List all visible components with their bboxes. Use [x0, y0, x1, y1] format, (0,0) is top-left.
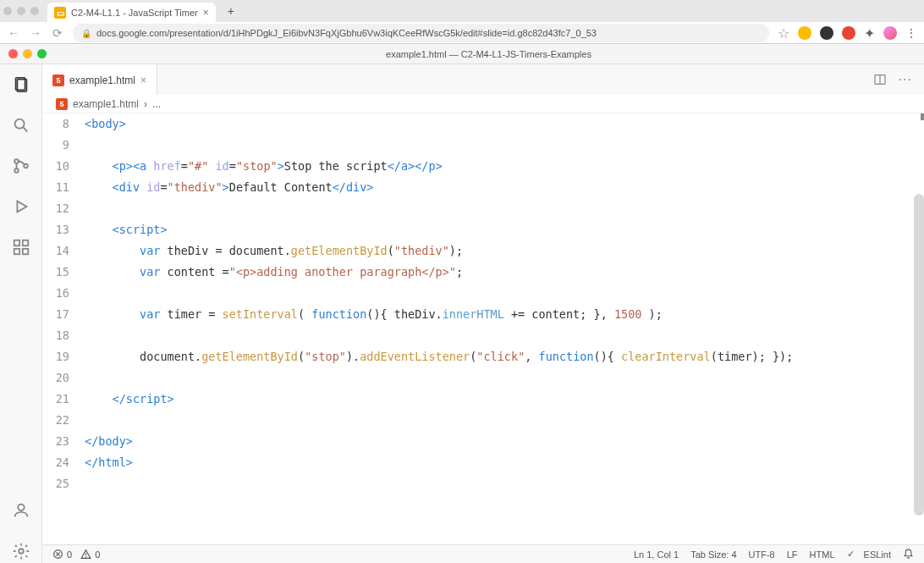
bookmark-star-icon[interactable]: ☆ [778, 25, 789, 41]
vscode-traffic-lights [8, 49, 47, 58]
new-tab-button[interactable]: + [223, 3, 239, 19]
svg-point-12 [18, 505, 24, 511]
svg-point-2 [14, 119, 24, 129]
settings-gear-icon[interactable] [9, 539, 33, 563]
svg-line-3 [23, 128, 27, 132]
scrollbar-thumb[interactable] [914, 194, 924, 516]
code-editor[interactable]: 8910111213141516171819202122232425 <body… [42, 113, 924, 544]
window-close-icon[interactable] [8, 49, 18, 58]
editor-tabs: 5 example1.html × ··· [42, 64, 924, 95]
html-file-icon: 5 [56, 98, 68, 110]
svg-point-13 [19, 549, 24, 554]
language-mode[interactable]: HTML [810, 549, 835, 560]
svg-point-6 [24, 164, 28, 168]
extensions-icon[interactable] [9, 235, 33, 259]
back-icon[interactable]: ← [7, 26, 20, 40]
url-text: docs.google.com/presentation/d/1iHhPDgkJ… [96, 28, 597, 38]
notifications-bell-icon[interactable] [903, 549, 914, 560]
close-tab-icon[interactable]: × [140, 75, 146, 86]
profile-avatar-icon[interactable] [883, 26, 897, 40]
source-control-icon[interactable] [9, 154, 33, 178]
browser-tab[interactable]: ▭ C2-M4-L1.1 - JavaScript Timer × [47, 3, 216, 23]
google-slides-icon: ▭ [54, 7, 66, 19]
lock-icon: 🔒 [81, 29, 91, 38]
eol[interactable]: LF [787, 549, 798, 560]
vscode-main: 5 example1.html × ··· 5 example1.html › … [0, 64, 924, 563]
accounts-icon[interactable] [9, 499, 33, 522]
html-file-icon: 5 [52, 75, 64, 86]
eslint-status[interactable]: ✓ ESLint [847, 549, 891, 560]
breadcrumb-file: example1.html [73, 98, 139, 110]
svg-point-4 [14, 159, 19, 163]
svg-rect-8 [14, 240, 19, 246]
browser-chrome: ▭ C2-M4-L1.1 - JavaScript Timer × + ← → … [0, 0, 924, 44]
svg-rect-10 [22, 249, 27, 254]
breadcrumb[interactable]: 5 example1.html › ... [42, 95, 924, 113]
breadcrumb-rest: ... [152, 98, 161, 110]
browser-addr-row: ← → ⟳ 🔒 docs.google.com/presentation/d/1… [0, 22, 924, 44]
editor-tabs-actions: ··· [873, 64, 924, 95]
line-numbers: 8910111213141516171819202122232425 [42, 113, 85, 544]
code-content[interactable]: <body> <p><a href="#" id="stop">Stop the… [85, 113, 924, 544]
tab-size[interactable]: Tab Size: 4 [690, 549, 736, 560]
forward-icon[interactable]: → [29, 26, 42, 40]
search-icon[interactable] [9, 113, 33, 137]
svg-rect-11 [22, 240, 27, 246]
scrollbar[interactable] [914, 113, 924, 544]
svg-rect-9 [14, 249, 19, 254]
more-actions-icon[interactable]: ··· [899, 72, 912, 87]
browser-tabs-row: ▭ C2-M4-L1.1 - JavaScript Timer × + [0, 0, 924, 22]
extension-icon-1[interactable] [798, 26, 811, 40]
extensions-puzzle-icon[interactable]: ✦ [864, 25, 875, 41]
browser-tab-title: C2-M4-L1.1 - JavaScript Timer [71, 8, 198, 18]
debug-icon[interactable] [9, 195, 33, 218]
problems-warnings[interactable]: 0 [80, 549, 100, 560]
cursor-position[interactable]: Ln 1, Col 1 [634, 549, 679, 560]
chevron-right-icon: › [144, 98, 147, 110]
split-editor-icon[interactable] [873, 73, 887, 86]
svg-point-20 [85, 556, 86, 557]
close-tab-icon[interactable]: × [203, 7, 209, 19]
explorer-icon[interactable] [9, 73, 33, 97]
editor-tab-active[interactable]: 5 example1.html × [42, 64, 157, 95]
traffic-dot-min[interactable] [17, 7, 25, 15]
window-title: example1.html — C2-M4-L1-JS-Timers-Examp… [62, 49, 916, 59]
encoding[interactable]: UTF-8 [749, 549, 775, 560]
browser-menu-icon[interactable]: ⋮ [905, 26, 917, 40]
browser-toolbar-right: ☆ ✦ ⋮ [778, 25, 917, 41]
traffic-dot-close[interactable] [3, 7, 12, 15]
window-maximize-icon[interactable] [37, 49, 47, 58]
status-bar: 0 0 Ln 1, Col 1 Tab Size: 4 UTF-8 LF HTM… [42, 544, 924, 563]
problems-errors[interactable]: 0 [52, 549, 72, 560]
activity-bar [0, 64, 42, 563]
vscode-titlebar: example1.html — C2-M4-L1-JS-Timers-Examp… [0, 44, 924, 64]
editor-tab-filename: example1.html [69, 75, 135, 86]
extension-icon-2[interactable] [820, 26, 833, 40]
window-minimize-icon[interactable] [23, 49, 32, 58]
svg-point-5 [14, 168, 19, 173]
address-bar[interactable]: 🔒 docs.google.com/presentation/d/1iHhPDg… [73, 24, 769, 42]
reload-icon[interactable]: ⟳ [51, 26, 64, 40]
browser-mac-traffic-lights [3, 7, 39, 15]
editor-area: 5 example1.html × ··· 5 example1.html › … [42, 64, 924, 563]
extension-icon-3[interactable] [842, 26, 855, 40]
traffic-dot-max[interactable] [30, 7, 39, 15]
svg-marker-7 [17, 201, 26, 213]
